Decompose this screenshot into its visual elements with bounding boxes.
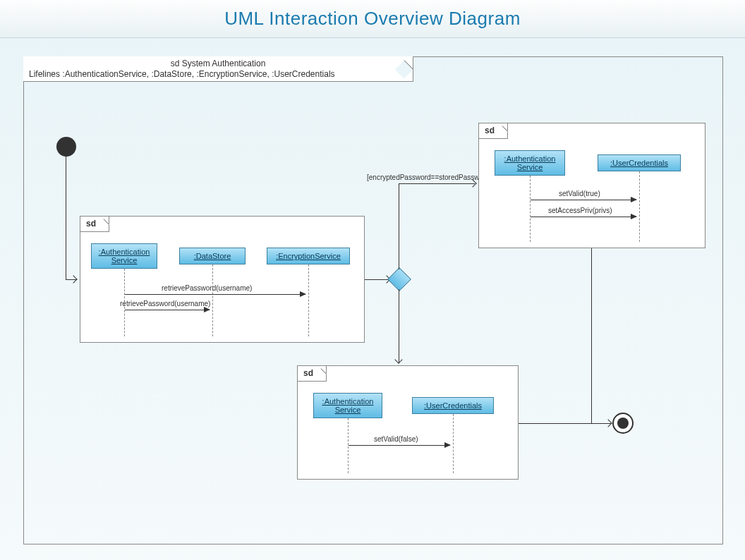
message-label: setValid(false) [374, 435, 418, 443]
main-frame-label: sd System Authentication Lifelines :Auth… [23, 56, 413, 82]
sd-label: sd [479, 123, 508, 139]
lifeline-auth-service: :Authentication Service [495, 150, 565, 176]
flow-line [399, 183, 399, 269]
lifeline-user-credentials: :UserCredentials [598, 154, 681, 171]
sd-label: sd [298, 366, 327, 382]
flow-line [399, 289, 399, 363]
title-bar: UML Interaction Overview Diagram [0, 0, 745, 38]
message-arrow [531, 200, 636, 200]
guard-label: [encryptedPassword==storedPassword] [367, 174, 492, 181]
sd-frame-2: sd :Authentication Service :UserCredenti… [478, 123, 705, 248]
lifeline-user-credentials: :UserCredentials [412, 397, 494, 414]
dashed-line [453, 414, 454, 473]
dashed-line [212, 264, 213, 336]
flow-line [519, 423, 611, 424]
page-title: UML Interaction Overview Diagram [224, 8, 521, 30]
message-arrow [531, 217, 636, 217]
message-arrow [125, 294, 305, 295]
flow-line [66, 157, 66, 279]
dashed-line [530, 176, 531, 242]
lifeline-auth-service: :Authentication Service [91, 243, 157, 269]
dashed-line [639, 171, 640, 242]
diagram-canvas: sd System Authentication Lifelines :Auth… [0, 38, 745, 560]
main-frame-title: sd System Authentication [29, 59, 407, 69]
sd-frame-1: sd :Authentication Service :DataStore :E… [80, 216, 365, 343]
message-label: retrievePassword(username) [120, 300, 210, 308]
message-label: setAccessPriv(privs) [548, 207, 612, 214]
flow-line [399, 183, 475, 184]
final-node [612, 413, 634, 434]
initial-node [56, 137, 76, 157]
dashed-line [348, 418, 349, 473]
flow-line [591, 248, 592, 423]
message-arrow [125, 310, 210, 310]
sd-label: sd [80, 217, 109, 232]
message-label: setValid(true) [559, 190, 600, 197]
main-frame-lifelines: Lifelines :AuthenticationService, :DataS… [29, 69, 407, 80]
lifeline-datastore: :DataStore [179, 248, 246, 264]
message-arrow [349, 445, 450, 446]
lifeline-encryption: :EncryptionService [267, 248, 350, 264]
lifeline-auth-service: :Authentication Service [313, 393, 382, 418]
dashed-line [308, 264, 309, 336]
sd-frame-3: sd :Authentication Service :UserCredenti… [297, 365, 519, 480]
message-label: retrievePassword(username) [162, 284, 252, 292]
